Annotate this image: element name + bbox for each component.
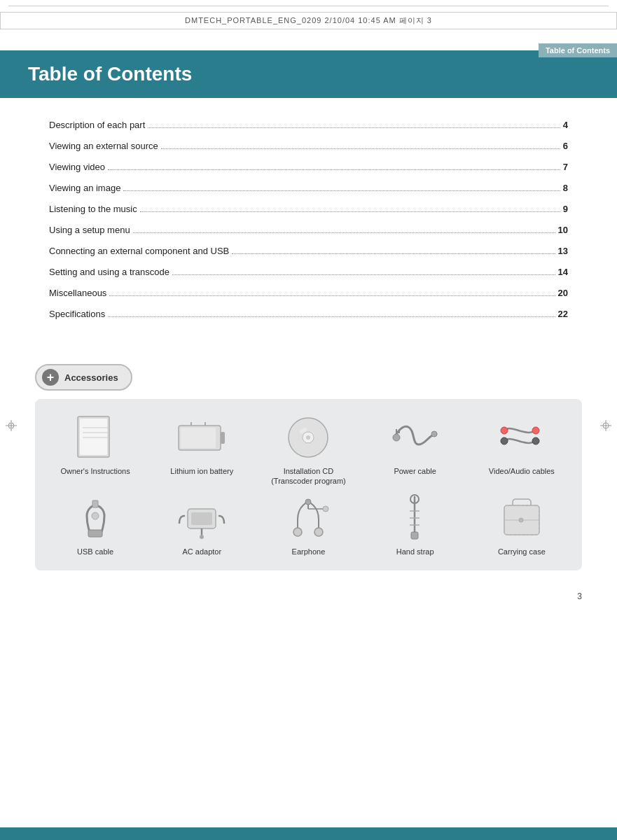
svg-rect-7 [80,419,107,455]
toc-entry: Viewing an image 8 [49,182,568,193]
accessories-badge: + Accessories [35,364,132,391]
main-content: Description of each part 4 Viewing an ex… [0,98,617,343]
toc-label: Connecting an external component and USB [49,246,229,256]
toc-entry: Viewing video 7 [49,161,568,172]
toc-dots [232,245,555,254]
top-bar: DMTECH_PORTABLE_ENG_0209 2/10/04 10:45 A… [0,12,617,29]
svg-point-25 [501,438,508,444]
toc-page: 20 [558,288,568,298]
owners-instructions-label: Owner's Instructions [60,466,130,476]
toc-page: 10 [558,225,568,235]
toc-entry: Setting and using a transcode 14 [49,266,568,277]
video-audio-cables-label: Video/Audio cables [489,466,555,476]
toc-label: Setting and using a transcode [49,267,169,277]
svg-point-26 [532,427,539,434]
toc-page: 8 [563,183,568,193]
accessories-section: + Accessories Owner's Instructions Lithi… [35,364,582,570]
usb-cable-label: USB cable [77,547,113,556]
toc-entry: Using a setup menu 10 [49,224,568,235]
toc-page: 14 [558,267,568,277]
ac-adaptor-label: AC adaptor [182,547,221,556]
earphone-label: Earphone [292,547,326,556]
video-audio-cables-icon [494,413,550,462]
accessory-carrying-case: Carrying case [483,493,560,556]
toc-page: 6 [563,141,568,151]
accessory-installation-cd: Installation CD (Transcoder program) [270,413,347,486]
svg-rect-42 [411,532,418,539]
toc-entry: Viewing an external source 6 [49,140,568,151]
toc-dots [161,140,560,149]
page-number-area: 3 [0,584,617,605]
installation-cd-icon [280,413,336,462]
power-cable-label: Power cable [394,466,436,476]
accessories-box: Owner's Instructions Lithium ion battery… [35,399,582,570]
hand-strap-label: Hand strap [396,547,434,556]
svg-point-35 [293,528,302,536]
svg-point-38 [323,506,328,512]
accessories-label: Accessories [64,372,118,383]
toc-label: Specifications [49,309,105,319]
svg-point-24 [501,427,508,434]
toc-dots [123,182,560,191]
accessory-earphone: Earphone [270,493,347,556]
toc-page: 13 [558,246,568,256]
usb-cable-icon [67,493,123,542]
svg-rect-12 [221,432,225,444]
toc-entry: Listening to the music 9 [49,203,568,214]
power-cable-icon [387,413,443,462]
svg-point-27 [532,438,539,444]
svg-point-21 [431,431,437,437]
toc-list: Description of each part 4 Viewing an ex… [49,119,568,319]
accessory-usb-cable: USB cable [57,493,134,556]
svg-rect-13 [181,428,216,448]
toc-entry: Miscellaneous 20 [49,287,568,298]
accessories-row-1: Owner's Instructions Lithium ion battery… [42,413,575,486]
toc-page: 7 [563,162,568,172]
toc-dots [108,161,560,170]
toc-dots [140,203,560,212]
svg-point-49 [519,518,523,522]
page-title: Table of Contents [28,63,589,85]
toc-label: Miscellaneous [49,288,106,298]
right-crosshair [600,420,611,431]
toc-dots [108,308,555,317]
toc-label: Viewing an external source [49,141,158,151]
accessory-hand-strap: Hand strap [377,493,454,556]
toc-dots [109,287,555,296]
toc-label: Viewing an image [49,183,120,193]
svg-point-37 [305,499,311,505]
accessory-lithium-battery: Lithium ion battery [163,413,240,486]
toc-page: 9 [563,204,568,214]
toc-page: 22 [558,309,568,319]
title-banner: Table of Contents [0,50,617,98]
toc-label: Viewing video [49,162,105,172]
bottom-bar [0,827,617,840]
carrying-case-icon [494,493,550,542]
svg-point-34 [200,535,204,539]
svg-point-36 [314,528,323,536]
hand-strap-icon [387,493,443,542]
toc-dots [172,266,555,275]
installation-cd-label: Installation CD (Transcoder program) [271,466,346,486]
svg-point-20 [393,434,400,441]
ac-adaptor-icon [174,493,230,542]
svg-rect-32 [191,512,212,525]
toc-label: Listening to the music [49,204,137,214]
section-tab: Table of Contents [539,43,617,57]
left-crosshair [6,420,17,431]
accessory-ac-adaptor: AC adaptor [163,493,240,556]
svg-rect-29 [92,500,98,507]
earphone-icon [280,493,336,542]
svg-point-18 [306,435,310,440]
top-bar-text: DMTECH_PORTABLE_ENG_0209 2/10/04 10:45 A… [185,15,432,26]
accessory-owners-instructions: Owner's Instructions [57,413,134,486]
svg-rect-28 [88,530,102,537]
page-number: 3 [577,592,582,601]
toc-entry: Specifications 22 [49,308,568,319]
top-border [8,6,609,6]
toc-label: Description of each part [49,120,145,130]
plus-icon: + [42,369,59,386]
accessory-video-audio-cables: Video/Audio cables [483,413,560,486]
toc-entry: Description of each part 4 [49,119,568,130]
lithium-battery-label: Lithium ion battery [170,466,233,476]
